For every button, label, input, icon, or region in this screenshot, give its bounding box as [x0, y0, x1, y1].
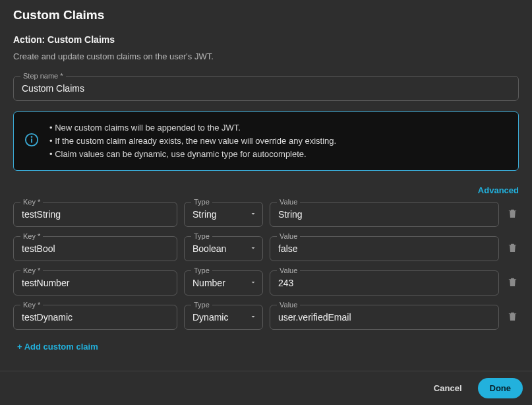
claim-row: Key *TypeStringBooleanNumberDynamicValue [13, 202, 519, 227]
claim-key-field: Key * [13, 202, 177, 227]
step-name-field: Step name * [13, 76, 519, 101]
claim-value-label: Value [277, 232, 300, 241]
step-name-input[interactable] [14, 77, 518, 100]
claim-type-field: TypeStringBooleanNumberDynamic [184, 305, 263, 330]
claim-row: Key *TypeStringBooleanNumberDynamicValue [13, 270, 519, 296]
claim-key-label: Key * [20, 232, 43, 241]
step-name-label: Step name * [20, 71, 66, 80]
delete-claim-button[interactable] [506, 311, 519, 325]
claims-list: Key *TypeStringBooleanNumberDynamicValue… [13, 202, 519, 330]
info-line: If the custom claim already exists, the … [49, 135, 336, 148]
claim-type-label: Type [191, 232, 212, 241]
claim-value-input[interactable] [270, 237, 498, 261]
claim-value-label: Value [277, 197, 300, 206]
delete-claim-button[interactable] [506, 276, 519, 290]
claim-value-input[interactable] [270, 305, 498, 329]
page-title: Custom Claims [13, 8, 519, 22]
claim-value-field: Value [270, 305, 499, 330]
claim-key-field: Key * [13, 270, 177, 296]
claim-value-field: Value [270, 270, 499, 296]
svg-point-2 [32, 137, 32, 137]
claim-type-field: TypeStringBooleanNumberDynamic [184, 202, 263, 227]
info-line: Claim values can be dynamic, use dynamic… [49, 148, 336, 161]
claim-type-label: Type [191, 197, 212, 206]
done-button[interactable]: Done [478, 378, 523, 398]
delete-claim-button[interactable] [506, 242, 519, 256]
cancel-button[interactable]: Cancel [425, 378, 471, 398]
claim-key-field: Key * [13, 236, 177, 261]
trash-icon [507, 242, 518, 256]
claim-type-label: Type [191, 266, 212, 275]
claim-value-label: Value [277, 266, 300, 275]
info-callout: New custom claims will be appended to th… [13, 111, 519, 171]
claim-type-field: TypeStringBooleanNumberDynamic [184, 270, 263, 296]
claim-value-input[interactable] [270, 202, 498, 226]
delete-claim-button[interactable] [506, 208, 519, 222]
action-subtitle: Action: Custom Claims [13, 34, 519, 45]
claim-key-field: Key * [13, 305, 177, 330]
claim-key-label: Key * [20, 197, 43, 206]
claim-row: Key *TypeStringBooleanNumberDynamicValue [13, 236, 519, 261]
info-icon [24, 133, 39, 150]
claim-value-field: Value [270, 236, 499, 261]
claim-value-input[interactable] [270, 271, 498, 295]
claim-type-label: Type [191, 300, 212, 309]
claim-value-field: Value [270, 202, 499, 227]
claim-row: Key *TypeStringBooleanNumberDynamicValue [13, 305, 519, 330]
claim-value-label: Value [277, 300, 300, 309]
add-custom-claim-button[interactable]: + Add custom claim [17, 342, 98, 352]
dialog-footer: Cancel Done [0, 371, 532, 405]
advanced-link[interactable]: Advanced [478, 185, 519, 195]
trash-icon [507, 208, 518, 222]
info-line: New custom claims will be appended to th… [49, 121, 336, 135]
trash-icon [507, 276, 518, 290]
claim-key-label: Key * [20, 266, 43, 275]
info-list: New custom claims will be appended to th… [49, 121, 336, 161]
action-description: Create and update custom claims on the u… [13, 51, 519, 61]
claim-key-label: Key * [20, 300, 43, 309]
trash-icon [507, 311, 518, 325]
claim-type-field: TypeStringBooleanNumberDynamic [184, 236, 263, 261]
